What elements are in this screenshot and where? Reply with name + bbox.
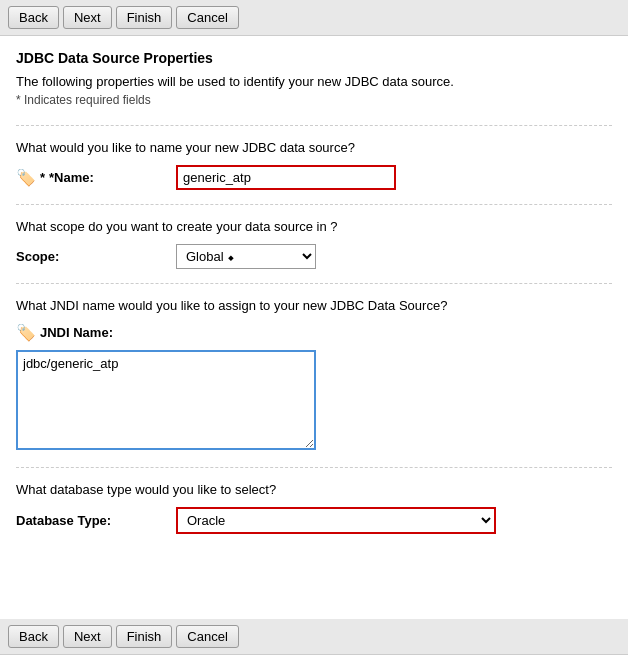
jndi-label-row: 🏷️ JNDI Name:	[16, 323, 612, 342]
db-label: Database Type:	[16, 513, 176, 528]
scope-field-row: Scope: Global ⬥ Application Module	[16, 244, 612, 269]
cancel-button-bottom[interactable]: Cancel	[176, 625, 238, 648]
scope-label-text: Scope:	[16, 249, 59, 264]
db-type-select[interactable]: Oracle MySQL DB2 MS SQL Server PostgreSQ…	[176, 507, 496, 534]
finish-button-bottom[interactable]: Finish	[116, 625, 173, 648]
db-field-row: Database Type: Oracle MySQL DB2 MS SQL S…	[16, 507, 612, 534]
divider-3	[16, 283, 612, 284]
name-input[interactable]	[176, 165, 396, 190]
required-note: * Indicates required fields	[16, 93, 612, 107]
name-label: 🏷️ * *Name:	[16, 168, 176, 187]
scope-question: What scope do you want to create your da…	[16, 219, 612, 234]
back-button-top[interactable]: Back	[8, 6, 59, 29]
back-button-bottom[interactable]: Back	[8, 625, 59, 648]
name-field-row: 🏷️ * *Name:	[16, 165, 612, 190]
name-label-text: *Name:	[49, 170, 94, 185]
cancel-button-top[interactable]: Cancel	[176, 6, 238, 29]
divider-2	[16, 204, 612, 205]
top-toolbar: Back Next Finish Cancel	[0, 0, 628, 36]
finish-button-top[interactable]: Finish	[116, 6, 173, 29]
next-button-top[interactable]: Next	[63, 6, 112, 29]
divider-1	[16, 125, 612, 126]
scope-select[interactable]: Global ⬥ Application Module	[176, 244, 316, 269]
section-description: The following properties will be used to…	[16, 74, 612, 89]
next-button-bottom[interactable]: Next	[63, 625, 112, 648]
jndi-label: 🏷️ JNDI Name:	[16, 323, 113, 342]
scope-label: Scope:	[16, 249, 176, 264]
jndi-label-text: JNDI Name:	[40, 325, 113, 340]
section-title: JDBC Data Source Properties	[16, 50, 612, 66]
main-content: JDBC Data Source Properties The followin…	[0, 36, 628, 548]
db-question: What database type would you like to sel…	[16, 482, 612, 497]
name-icon: 🏷️	[16, 168, 36, 187]
jndi-icon: 🏷️	[16, 323, 36, 342]
jndi-input[interactable]: jdbc/generic_atp	[16, 350, 316, 450]
divider-4	[16, 467, 612, 468]
db-select-wrap: Oracle MySQL DB2 MS SQL Server PostgreSQ…	[176, 507, 496, 534]
name-question: What would you like to name your new JDB…	[16, 140, 612, 155]
db-label-text: Database Type:	[16, 513, 111, 528]
bottom-toolbar: Back Next Finish Cancel	[0, 619, 628, 655]
jndi-question: What JNDI name would you like to assign …	[16, 298, 612, 313]
